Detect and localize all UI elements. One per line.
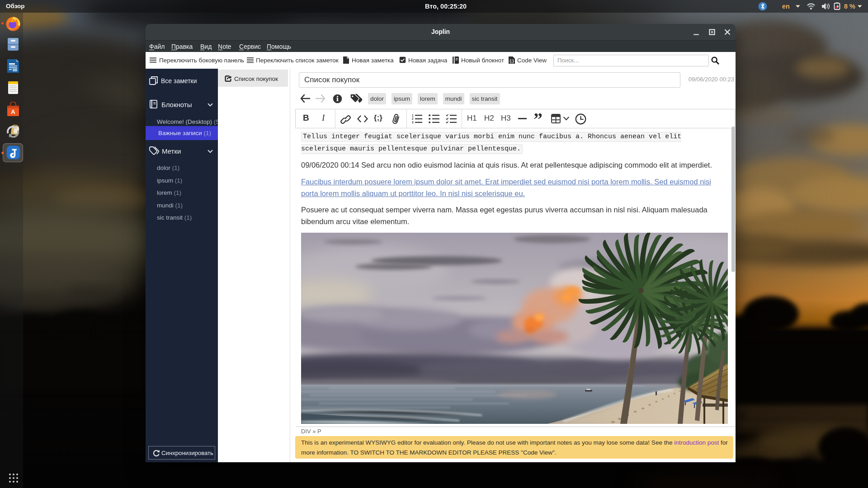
svg-text:8 %: 8 % <box>844 3 855 10</box>
svg-text:en: en <box>782 3 790 10</box>
svg-text:2: 2 <box>412 117 414 120</box>
svg-text:3: 3 <box>412 121 414 124</box>
svg-text:A: A <box>11 108 15 115</box>
svg-text:1: 1 <box>412 114 414 117</box>
svg-text:{;}: {;} <box>509 59 514 63</box>
